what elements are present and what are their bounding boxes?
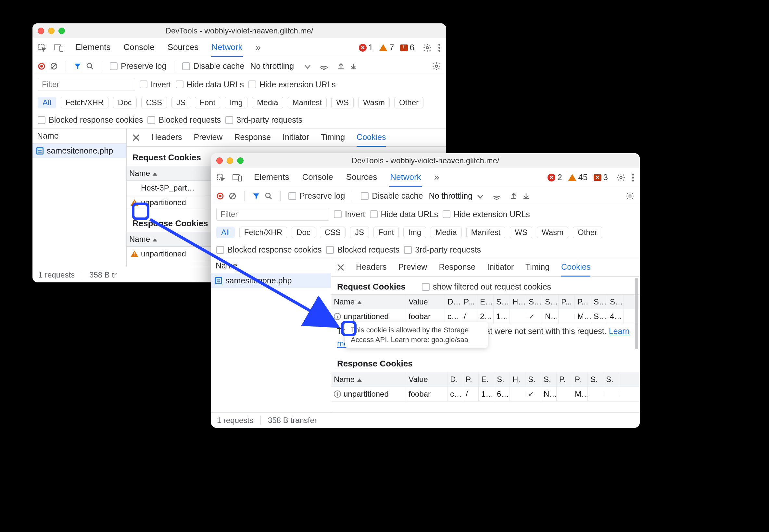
type-chip-css[interactable]: CSS	[320, 227, 345, 238]
type-chip-fetchxhr[interactable]: Fetch/XHR	[61, 97, 108, 108]
type-chip-doc[interactable]: Doc	[113, 97, 137, 108]
tab-console[interactable]: Console	[301, 168, 333, 187]
blocked-response-cookies-checkbox[interactable]: Blocked response cookies	[216, 245, 321, 254]
hide-extension-urls-checkbox[interactable]: Hide extension URLs	[248, 80, 336, 89]
close-detail-button[interactable]	[337, 264, 344, 271]
download-har-icon[interactable]	[522, 192, 530, 200]
blocked-requests-checkbox[interactable]: Blocked requests	[326, 245, 400, 254]
filter-input[interactable]	[38, 78, 135, 91]
type-chip-font[interactable]: Font	[373, 227, 399, 238]
tab-console[interactable]: Console	[123, 38, 155, 57]
gear-icon[interactable]	[423, 43, 432, 52]
hide-extension-urls-checkbox[interactable]: Hide extension URLs	[443, 210, 530, 219]
type-chip-css[interactable]: CSS	[141, 97, 167, 108]
subtab-timing[interactable]: Timing	[321, 129, 345, 147]
filter-icon[interactable]	[74, 62, 81, 70]
type-chip-js[interactable]: JS	[350, 227, 369, 238]
request-row[interactable]: samesitenone.php	[211, 273, 331, 288]
download-har-icon[interactable]	[349, 62, 357, 70]
disable-cache-checkbox[interactable]: Disable cache	[361, 191, 423, 201]
kebab-menu-icon[interactable]	[631, 173, 635, 182]
tab-sources[interactable]: Sources	[167, 38, 199, 57]
col-value[interactable]: Value	[406, 295, 445, 309]
subtab-timing[interactable]: Timing	[526, 258, 550, 277]
invert-checkbox[interactable]: Invert	[140, 80, 171, 89]
subtab-cookies[interactable]: Cookies	[561, 258, 590, 277]
col-value[interactable]: Value	[406, 372, 448, 387]
subtab-cookies[interactable]: Cookies	[356, 129, 386, 147]
close-detail-button[interactable]	[132, 134, 140, 141]
gear-icon[interactable]	[616, 173, 626, 182]
throttling-dropdown[interactable]: No throttling	[429, 191, 483, 201]
issue-counts[interactable]: 2 45 ✕3	[548, 172, 608, 182]
subtab-initiator[interactable]: Initiator	[487, 258, 514, 277]
issue-counts[interactable]: 1 7 !6	[359, 43, 415, 53]
tab-network[interactable]: Network	[390, 168, 422, 187]
throttling-dropdown[interactable]: No throttling	[250, 61, 310, 71]
type-chip-ws[interactable]: WS	[331, 97, 353, 108]
blocked-requests-checkbox[interactable]: Blocked requests	[147, 115, 221, 125]
preserve-log-checkbox[interactable]: Preserve log	[110, 61, 166, 71]
search-icon[interactable]	[265, 192, 272, 200]
type-chip-fetchxhr[interactable]: Fetch/XHR	[239, 227, 287, 238]
hide-data-urls-checkbox[interactable]: Hide data URLs	[176, 80, 244, 89]
record-button[interactable]	[38, 62, 45, 70]
subtab-initiator[interactable]: Initiator	[282, 129, 309, 147]
more-tabs-button[interactable]: »	[434, 168, 440, 187]
network-conditions-icon[interactable]	[319, 62, 329, 70]
tab-sources[interactable]: Sources	[345, 168, 378, 187]
more-tabs-button[interactable]: »	[255, 38, 262, 57]
type-chip-font[interactable]: Font	[195, 97, 220, 108]
subtab-response[interactable]: Response	[439, 258, 476, 277]
type-chip-all[interactable]: All	[38, 97, 56, 108]
close-window-button[interactable]	[38, 28, 44, 34]
third-party-requests-checkbox[interactable]: 3rd-party requests	[225, 115, 302, 125]
type-chip-doc[interactable]: Doc	[291, 227, 315, 238]
blocked-response-cookies-checkbox[interactable]: Blocked response cookies	[38, 115, 143, 125]
subtab-headers[interactable]: Headers	[151, 129, 182, 147]
device-toolbar-icon[interactable]	[54, 44, 64, 52]
subtab-preview[interactable]: Preview	[194, 129, 223, 147]
filter-input[interactable]	[216, 208, 329, 221]
subtab-preview[interactable]: Preview	[399, 258, 428, 277]
type-chip-other[interactable]: Other	[573, 227, 602, 238]
tab-elements[interactable]: Elements	[253, 168, 290, 187]
subtab-headers[interactable]: Headers	[356, 258, 387, 277]
network-conditions-icon[interactable]	[492, 192, 502, 200]
table-row[interactable]: i unpartitioned foobar c… / 1… 6… N… M…	[331, 387, 640, 402]
inspect-icon[interactable]	[38, 43, 47, 52]
type-chip-js[interactable]: JS	[171, 97, 190, 108]
type-chip-media[interactable]: Media	[252, 97, 283, 108]
close-window-button[interactable]	[216, 157, 223, 164]
kebab-menu-icon[interactable]	[438, 43, 441, 52]
disable-cache-checkbox[interactable]: Disable cache	[182, 61, 244, 71]
tab-network[interactable]: Network	[211, 38, 243, 57]
clear-button[interactable]	[229, 192, 236, 200]
invert-checkbox[interactable]: Invert	[334, 210, 365, 219]
col-name[interactable]: Name	[331, 372, 406, 387]
show-filtered-checkbox[interactable]: show filtered out request cookies	[422, 282, 551, 291]
type-chip-img[interactable]: Img	[225, 97, 247, 108]
search-icon[interactable]	[86, 62, 94, 70]
upload-har-icon[interactable]	[510, 192, 518, 200]
type-chip-wasm[interactable]: Wasm	[358, 97, 390, 108]
clear-button[interactable]	[50, 62, 58, 70]
type-chip-media[interactable]: Media	[431, 227, 462, 238]
inspect-icon[interactable]	[216, 173, 225, 182]
third-party-requests-checkbox[interactable]: 3rd-party requests	[404, 245, 481, 254]
device-toolbar-icon[interactable]	[232, 174, 242, 181]
tab-elements[interactable]: Elements	[75, 38, 111, 57]
subtab-response[interactable]: Response	[234, 129, 271, 147]
network-settings-gear-icon[interactable]	[432, 62, 441, 71]
upload-har-icon[interactable]	[337, 62, 345, 70]
type-chip-wasm[interactable]: Wasm	[537, 227, 568, 238]
filter-icon[interactable]	[252, 192, 260, 200]
hide-data-urls-checkbox[interactable]: Hide data URLs	[370, 210, 438, 219]
preserve-log-checkbox[interactable]: Preserve log	[288, 191, 345, 201]
minimize-window-button[interactable]	[227, 157, 233, 164]
type-chip-all[interactable]: All	[216, 227, 235, 238]
col-name[interactable]: Name	[331, 295, 406, 309]
type-chip-manifest[interactable]: Manifest	[466, 227, 506, 238]
type-chip-ws[interactable]: WS	[510, 227, 532, 238]
maximize-window-button[interactable]	[237, 157, 243, 164]
